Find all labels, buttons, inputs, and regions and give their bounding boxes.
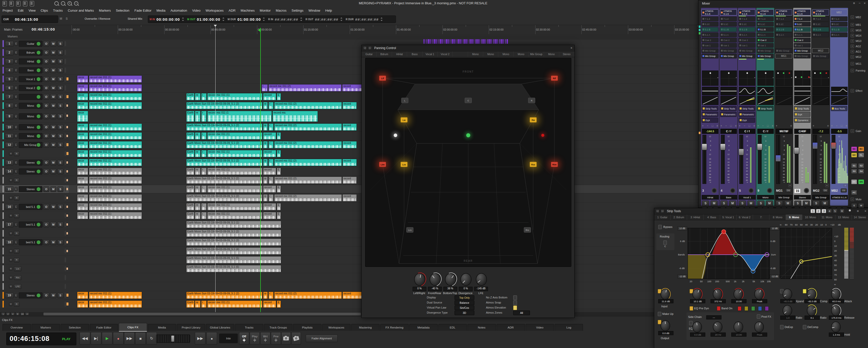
plugin-dynamics[interactable]: Dynamics	[794, 118, 810, 123]
close-icon[interactable]: ×	[865, 209, 867, 213]
subtrack-channel-button[interactable]: R	[14, 258, 20, 262]
bus-button-mix-group[interactable]: Mix Group	[794, 54, 811, 58]
bus-button-mg2[interactable]: MG2	[812, 48, 829, 53]
record-arm-icon[interactable]	[36, 114, 41, 119]
strip-number[interactable]: 9	[757, 189, 760, 193]
zoom-out-icon[interactable]: −	[74, 1, 78, 5]
pan-knob-bottom-top[interactable]	[445, 273, 456, 286]
sidebar-bus-mg5[interactable]: +MG5	[850, 29, 862, 32]
track-mute-button[interactable]: M	[50, 94, 56, 100]
clip[interactable]: recor	[77, 194, 88, 202]
strip-solo-button[interactable]: S	[757, 201, 765, 206]
tab-fx-rendering[interactable]: FX Rendering	[380, 324, 409, 331]
strip-fader-law-thumbnail[interactable]	[813, 96, 829, 105]
panner-titlebar[interactable]: ◁ ▷ Panning Control ×	[362, 45, 575, 51]
zoom-preset-A[interactable]: A	[25, 312, 29, 316]
track-channel-button[interactable]: L	[14, 169, 18, 173]
plugin-edit-row[interactable]: +−□≡	[794, 124, 810, 127]
track-number[interactable]: 17	[5, 222, 13, 227]
plugin-edit-icon[interactable]: □	[804, 124, 806, 127]
clip[interactable]: Earth	[186, 111, 194, 122]
pan-3d-view[interactable]: FRONT REAR LtfRtfLCRLwRwLtmLssRssRtmLrsR…	[365, 58, 571, 267]
plugin-eqx[interactable]: EqX	[794, 112, 810, 117]
track-number[interactable]: 16	[5, 204, 13, 210]
clip[interactable]: record	[263, 212, 276, 219]
band-gain-knob[interactable]	[692, 289, 702, 300]
tab-project-library[interactable]: Project Library	[177, 324, 205, 331]
plugin-parametric-eq[interactable]: Parametric Eq	[739, 112, 755, 117]
record-arm-icon[interactable]	[36, 50, 41, 55]
bus-button-5-1c[interactable]: 5.1C	[720, 22, 737, 27]
strip-os-button[interactable]: OS	[822, 188, 828, 193]
menu-automation[interactable]: Automation	[168, 9, 190, 12]
tab-overview[interactable]: Overview	[2, 324, 31, 331]
knob-value[interactable]: 10.00	[731, 332, 746, 337]
insert-plus-icon[interactable]: +	[788, 184, 792, 187]
bus-button-5-1-b[interactable]: 5.1 B	[775, 27, 792, 32]
track-number[interactable]: 15	[5, 186, 13, 192]
hscroll-thumb[interactable]	[43, 313, 361, 315]
fader-alignment-button[interactable]: Fader Alignment	[306, 335, 338, 342]
spinner-icon[interactable]	[182, 18, 184, 21]
clip[interactable]: recor	[77, 203, 88, 210]
strip-fader-track[interactable]	[721, 135, 725, 184]
speaker-rrs[interactable]: Rrs	[524, 227, 531, 233]
expand-icon[interactable]: +	[9, 258, 12, 262]
subtrack-header[interactable]: +Lrs	[0, 265, 69, 272]
panner-tab-bass[interactable]: Bass	[407, 51, 422, 57]
plugin-edit-row[interactable]: +−□≡	[757, 124, 774, 127]
track-solo-button[interactable]: S	[57, 59, 63, 64]
track-number[interactable]: 12	[5, 142, 13, 148]
track-number[interactable]: 19	[5, 293, 13, 298]
clip[interactable]: Earth	[186, 168, 194, 175]
pan-option-checkbox[interactable]	[513, 306, 517, 310]
bus-button-mix-group[interactable]: Mix Group	[757, 54, 774, 58]
record-arm-icon[interactable]	[36, 169, 41, 174]
bus-button-atmos-9-1-6[interactable]: ATMOS 9.1.6	[812, 9, 829, 16]
clip[interactable]: E	[277, 203, 281, 210]
knob-value[interactable]: 40.0 ms	[829, 299, 844, 303]
pan-knob-front-rear[interactable]	[430, 273, 441, 286]
bus-button-mix-group[interactable]: Mix Group	[757, 48, 774, 53]
track-mute-button[interactable]: M	[50, 204, 56, 210]
plugin-edit-icon[interactable]: −	[799, 124, 801, 127]
knob-value[interactable]: 1.3 ms	[829, 332, 844, 337]
plugin-edit-icon[interactable]: ≡	[827, 124, 829, 127]
strip-record-button[interactable]	[804, 188, 809, 193]
record-arm-icon[interactable]	[36, 160, 41, 165]
clip[interactable]: r	[268, 292, 274, 299]
menu-window[interactable]: Window	[306, 9, 323, 12]
plugin-strip-tools[interactable]: Strip Tools	[794, 106, 810, 111]
jog-handle[interactable]	[171, 335, 174, 342]
knob-value[interactable]: Peak	[752, 299, 767, 303]
speaker-lrs[interactable]: Lrs	[406, 227, 413, 233]
track-header[interactable]: 16Lbed 5.1OMS	[0, 203, 69, 211]
clip[interactable]: r	[201, 132, 207, 140]
record-arm-icon[interactable]	[36, 68, 41, 72]
strip-fader-cap[interactable]	[702, 144, 707, 150]
bus-button-5-1-a[interactable]: 5.1 A	[757, 32, 774, 37]
track-channel-button[interactable]: L	[14, 143, 18, 147]
bus-button-5-1-a[interactable]: 5.1 A	[775, 32, 792, 37]
track-channel-button[interactable]: C	[14, 104, 18, 108]
preset-4[interactable]: 4	[827, 209, 832, 213]
clip[interactable]: E	[277, 185, 281, 193]
knob-value[interactable]: -45.0 dB	[805, 299, 820, 303]
clip[interactable]: recor	[77, 150, 88, 157]
expand-icon[interactable]: +	[9, 152, 12, 155]
transport-timecode[interactable]: 00:46:15:08 PLAY	[6, 332, 76, 345]
stop-button[interactable]: ■	[135, 332, 146, 345]
clip[interactable]: re	[195, 185, 200, 193]
bus-button-atmos-9-1-6[interactable]: ATMOS 9.1.6	[720, 9, 737, 16]
bus-button-atmos-9-1-6[interactable]: ATMOS 9.1.6	[738, 9, 755, 16]
clip[interactable]: record mic 011 (1)	[89, 203, 142, 210]
subtrack-header[interactable]: +R	[0, 229, 69, 237]
menu-project[interactable]: Project	[0, 9, 15, 12]
clip[interactable]: re	[195, 111, 200, 122]
routing-r-button[interactable]: R	[840, 209, 844, 213]
clip[interactable]: re	[263, 102, 268, 109]
strip-pan-pad[interactable]: ◂	[720, 70, 737, 86]
bus-button-atmos-9-1-6[interactable]: ATMOS 9.1.6	[702, 9, 718, 16]
bus-button-5-1-b[interactable]: 5.1 B	[757, 27, 774, 32]
track-output-button[interactable]: O	[43, 94, 49, 100]
